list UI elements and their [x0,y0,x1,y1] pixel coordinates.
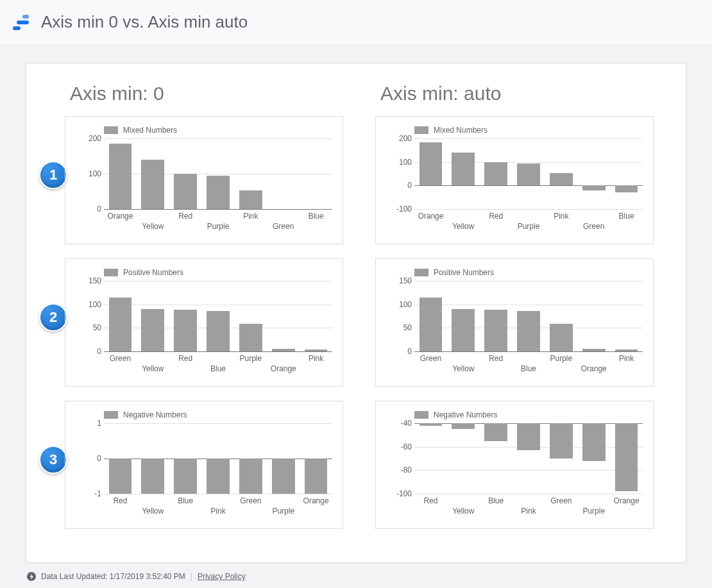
x-label: Pink [243,212,258,221]
chart-legend: Positive Numbers [414,268,645,277]
y-tick: 100 [384,300,412,309]
y-tick: 50 [384,323,412,332]
x-label: Orange [107,212,133,221]
x-label: Blue [178,496,193,505]
bar [582,423,606,461]
chart-mixed-right: Mixed Numbers-1000100200OrangeYellowRedP… [375,116,654,244]
bar [420,142,443,186]
y-tick: 200 [384,134,412,143]
row-badge-1: 1 [39,161,67,189]
legend-label: Mixed Numbers [434,126,487,135]
legend-label: Negative Numbers [123,410,187,419]
x-label: Red [113,496,127,505]
bar [517,164,540,186]
x-label: Red [489,354,503,363]
gridline [414,209,643,210]
x-label: Green [110,354,131,363]
bar [420,298,443,351]
x-label: Green [420,354,441,363]
plot-area: 050100150 [414,281,643,351]
y-tick: 50 [73,323,101,332]
chart-legend: Mixed Numbers [104,126,335,135]
x-label: Yellow [142,222,164,231]
legend-label: Mixed Numbers [123,126,177,135]
chart-positive-left: Positive Numbers050100150GreenYellowRedB… [65,258,343,387]
x-label: Red [178,354,192,363]
bolt-icon [27,572,36,581]
x-label: Green [273,222,294,231]
x-label: Orange [418,212,443,221]
bar [615,349,638,351]
x-label: Purple [518,222,540,231]
bar [452,423,475,429]
baseline [104,209,332,210]
y-tick: -100 [384,205,412,214]
top-bar: Axis min 0 vs. Axis min auto [0,0,712,45]
bar [141,458,164,494]
column-title-right: Axis min: auto [380,83,654,105]
bar [239,190,262,209]
x-label: Pink [210,507,225,516]
y-tick: -80 [384,466,412,475]
x-label: Yellow [452,507,474,516]
bar [484,162,507,186]
bar [305,349,328,351]
bar [207,176,230,209]
bar [141,309,164,351]
plot-area: 050100150 [104,281,332,351]
bar [484,310,507,351]
y-tick: 100 [384,158,412,167]
y-tick: 1 [73,419,101,428]
bar [517,311,540,351]
x-label: Pink [554,212,568,221]
legend-label: Positive Numbers [123,268,183,277]
x-label: Yellow [452,222,474,231]
legend-swatch-icon [104,269,118,276]
legend-swatch-icon [414,269,428,276]
footer: Data Last Updated: 1/17/2019 3:52:40 PM … [26,568,686,588]
bar [452,309,475,351]
plot-area: -100-80-60-40 [414,423,643,494]
chart-positive-right: Positive Numbers050100150GreenYellowRedB… [375,258,654,387]
x-label: Red [489,212,503,221]
x-label: Pink [309,354,323,363]
svg-rect-1 [17,21,29,24]
chart-negative-left: Negative Numbers-101RedYellowBluePinkGre… [65,401,343,529]
plot-area: -1000100200 [414,139,643,209]
x-label: Yellow [452,364,474,373]
x-label: Green [550,496,572,505]
x-label: Yellow [142,364,164,373]
x-label: Purple [240,354,262,363]
bar [272,458,295,494]
bar [582,185,606,190]
page-title: Axis min 0 vs. Axis min auto [41,12,248,32]
bar [141,160,164,209]
x-label: Yellow [142,507,164,516]
row-badge-2: 2 [39,303,67,332]
x-label: Red [178,212,192,221]
bar [207,458,230,494]
x-label: Purple [582,507,605,516]
x-label: Orange [581,364,607,373]
y-tick: 100 [73,169,101,178]
x-label: Purple [550,354,573,363]
y-tick: -60 [384,442,412,451]
svg-rect-2 [13,26,21,30]
row-badge-3: 3 [39,446,67,474]
chart-negative-right: Negative Numbers-100-80-60-40RedYellowBl… [375,401,654,529]
x-label: Purple [207,222,230,231]
baseline [104,351,332,352]
bar [109,458,132,494]
bar [174,458,197,494]
bar [272,349,295,351]
bar [452,153,475,185]
bar [615,423,638,491]
app-logo-icon [13,13,31,31]
privacy-link[interactable]: Privacy Policy [198,572,246,581]
bar [550,423,573,458]
x-label: Blue [210,364,226,373]
legend-label: Positive Numbers [434,268,494,277]
bar [109,144,132,209]
x-label: Green [583,222,604,231]
y-tick: 100 [73,300,101,309]
